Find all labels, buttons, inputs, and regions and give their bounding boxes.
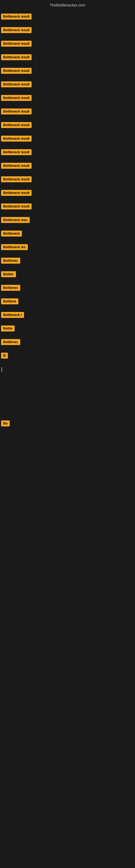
list-item[interactable]	[0, 457, 135, 471]
bottleneck-badge[interactable]: Bottleneck result	[1, 82, 32, 87]
list-item[interactable]: Bottleneck	[0, 227, 135, 240]
list-item[interactable]: B	[0, 349, 135, 362]
list-item[interactable]	[0, 390, 135, 403]
list-item[interactable]: Bottleneck result	[0, 132, 135, 145]
bottleneck-badge[interactable]: Bottlenec	[1, 339, 20, 345]
list-item[interactable]: Bo	[0, 416, 135, 430]
bottleneck-badge[interactable]: Bottleneck result	[1, 135, 32, 142]
bottleneck-badge[interactable]: Bottleneck resu	[1, 217, 30, 223]
list-item[interactable]: |	[0, 362, 135, 376]
list-item[interactable]: Bottleneck resu	[0, 213, 135, 227]
list-item[interactable]: Bottleneck result	[0, 64, 135, 78]
list-item[interactable]	[0, 403, 135, 416]
bottleneck-badge[interactable]: Bottleneck result	[1, 27, 32, 33]
rows-container: Bottleneck resultBottleneck resultBottle…	[0, 10, 135, 498]
cursor-indicator: |	[1, 367, 3, 372]
bottleneck-badge[interactable]: Bottleneck result	[1, 176, 32, 182]
bottleneck-badge[interactable]: Bo	[1, 421, 10, 426]
list-item[interactable]: Bottleneck result	[0, 186, 135, 199]
list-item[interactable]: Bottlenec	[0, 254, 135, 268]
bottleneck-badge[interactable]: Bottleneck result	[1, 68, 32, 74]
list-item[interactable]	[0, 444, 135, 457]
site-header: TheBottlenecker.com	[0, 0, 135, 10]
list-item[interactable]: Bottleneck res	[0, 240, 135, 254]
list-item[interactable]: Bottleneck result	[0, 199, 135, 213]
bottleneck-badge[interactable]: Bottleneck result	[1, 41, 32, 46]
bottleneck-badge[interactable]: Bottleneck result	[1, 13, 32, 20]
list-item[interactable]: Bottleneck result	[0, 118, 135, 132]
list-item[interactable]: Bottleneck result	[0, 23, 135, 37]
bottleneck-badge[interactable]: Bottleneck result	[1, 54, 32, 60]
bottleneck-badge[interactable]: Bottleneck result	[1, 122, 32, 128]
list-item[interactable]	[0, 376, 135, 390]
site-title: TheBottlenecker.com	[50, 3, 85, 7]
list-item[interactable]: Bottleneck result	[0, 159, 135, 173]
list-item[interactable]: Bottleneck result	[0, 37, 135, 51]
bottleneck-badge[interactable]: Bottleneck result	[1, 190, 32, 196]
bottleneck-badge[interactable]: Bottleneck r	[1, 312, 24, 318]
list-item[interactable]	[0, 471, 135, 485]
bottleneck-badge[interactable]: Bottlenec	[1, 258, 20, 264]
list-item[interactable]	[0, 430, 135, 444]
bottleneck-badge[interactable]: Bottleneck result	[1, 204, 32, 209]
bottleneck-badge[interactable]: Bottlenec	[1, 285, 20, 291]
list-item[interactable]: Bottleneck result	[0, 10, 135, 23]
list-item[interactable]: Bottleneck result	[0, 51, 135, 64]
bottleneck-badge[interactable]: Bottle	[1, 326, 14, 332]
bottleneck-badge[interactable]: Bottleneck	[1, 230, 22, 237]
bottleneck-badge[interactable]: B	[1, 352, 8, 359]
bottleneck-badge[interactable]: Bottleneck res	[1, 244, 28, 250]
list-item[interactable]: Bottleneck result	[0, 91, 135, 105]
list-item[interactable]: Bottlene	[0, 294, 135, 308]
bottleneck-badge[interactable]: Bottleneck result	[1, 95, 32, 101]
list-item[interactable]	[0, 485, 135, 498]
bottleneck-badge[interactable]: Bottleneck result	[1, 108, 32, 115]
list-item[interactable]: Bottleneck result	[0, 173, 135, 186]
list-item[interactable]: Bottleneck r	[0, 308, 135, 322]
bottleneck-badge[interactable]: Bottleneck result	[1, 163, 32, 169]
bottleneck-badge[interactable]: Bottleneck result	[1, 149, 32, 155]
list-item[interactable]: Bottler	[0, 268, 135, 281]
list-item[interactable]: Bottleneck result	[0, 78, 135, 91]
list-item[interactable]: Bottlenec	[0, 281, 135, 294]
list-item[interactable]: Bottleneck result	[0, 105, 135, 118]
bottleneck-badge[interactable]: Bottler	[1, 271, 16, 277]
list-item[interactable]: Bottleneck result	[0, 145, 135, 159]
bottleneck-badge[interactable]: Bottlene	[1, 299, 18, 304]
page-container: TheBottlenecker.com Bottleneck resultBot…	[0, 0, 135, 868]
list-item[interactable]: Bottlenec	[0, 335, 135, 349]
list-item[interactable]: Bottle	[0, 322, 135, 335]
